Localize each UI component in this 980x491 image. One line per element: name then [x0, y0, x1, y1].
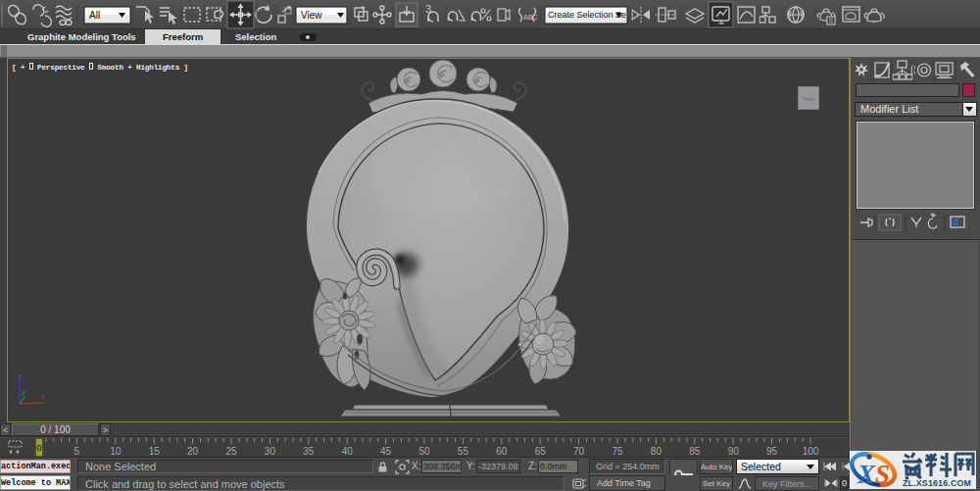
svg-text:y: y — [22, 387, 25, 396]
svg-text:30: 30 — [265, 446, 276, 457]
svg-text:100: 100 — [803, 446, 819, 457]
svg-text:60: 60 — [496, 446, 508, 457]
svg-text:10: 10 — [110, 446, 122, 457]
svg-text:40: 40 — [342, 446, 354, 457]
svg-text:S: S — [875, 460, 890, 489]
svg-text:70: 70 — [573, 446, 585, 457]
svg-text:15: 15 — [149, 446, 161, 457]
svg-text:75: 75 — [612, 446, 623, 457]
svg-text:ZL.XS1616.COM: ZL.XS1616.COM — [903, 478, 971, 488]
svg-text:90: 90 — [728, 446, 740, 457]
svg-text:35: 35 — [303, 446, 315, 457]
svg-text:X: X — [857, 460, 876, 489]
svg-text:55: 55 — [458, 446, 469, 457]
svg-text:x: x — [40, 392, 44, 401]
svg-text:65: 65 — [535, 446, 547, 457]
svg-text:45: 45 — [380, 446, 392, 457]
svg-text:ABC: ABC — [523, 14, 537, 21]
svg-text:95: 95 — [766, 446, 778, 457]
svg-text:View: View — [301, 10, 322, 21]
svg-text:50: 50 — [418, 446, 430, 457]
svg-text:80: 80 — [651, 446, 662, 457]
svg-text:All: All — [89, 10, 100, 21]
svg-text:Create Selection Se: Create Selection Se — [548, 10, 626, 20]
svg-text:25: 25 — [225, 446, 237, 457]
svg-text:z: z — [18, 372, 22, 381]
svg-text:85: 85 — [689, 446, 701, 457]
svg-text:5: 5 — [74, 446, 80, 457]
svg-text:20: 20 — [187, 446, 199, 457]
